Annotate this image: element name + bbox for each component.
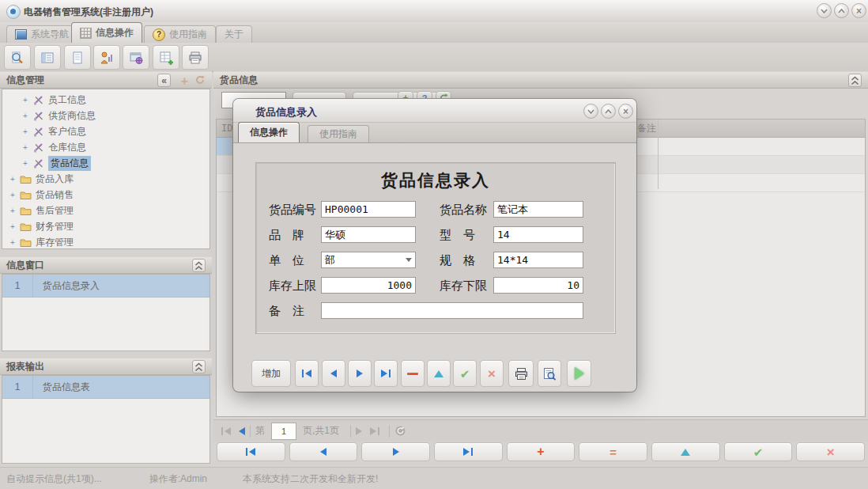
confirm-record-button[interactable]: ✔ [724, 442, 793, 461]
add-button[interactable]: 增加 [251, 360, 291, 387]
prev-record-button[interactable] [289, 442, 358, 461]
nav-prev-button[interactable] [322, 360, 345, 387]
add-node-icon[interactable]: + [181, 74, 188, 89]
nav-next-button[interactable] [348, 360, 372, 387]
first-record-button[interactable] [217, 442, 285, 461]
tree-item-warehouse-info[interactable]: + 仓库信息 [2, 139, 209, 155]
dialog-title: 货品信息录入 [255, 105, 317, 119]
label-unit: 单 位 [269, 252, 304, 269]
tab-system-nav[interactable]: 系统导航 [6, 25, 77, 43]
play-icon [575, 367, 584, 380]
delete-record-button[interactable]: = [579, 442, 647, 461]
col-header-id: ID [221, 123, 232, 134]
cancel-button[interactable]: × [480, 360, 504, 387]
run-button[interactable] [567, 360, 591, 387]
next-icon [357, 370, 363, 377]
main-tab-strip: 系统导航 信息操作 ? 使用指南 关于 [0, 22, 868, 44]
tree-item-customer-info[interactable]: + 客户信息 [2, 123, 209, 139]
user-report-button[interactable] [93, 45, 120, 70]
cancel-record-button[interactable]: × [796, 442, 865, 461]
collapse-sidebar-button[interactable]: « [157, 74, 171, 87]
page-number-input[interactable] [271, 423, 296, 440]
report-output-title: 报表输出 [6, 360, 44, 373]
label-goods-code: 货品编号 [269, 201, 316, 218]
form-view-button[interactable] [34, 45, 61, 70]
print-preview-button[interactable] [538, 360, 561, 387]
check-icon: ✔ [460, 368, 470, 380]
edit-button[interactable] [427, 360, 451, 387]
save-button[interactable]: ✔ [453, 360, 477, 387]
edit-record-button[interactable] [651, 442, 720, 461]
list-item-goods-entry[interactable]: 1 货品信息录入 [2, 275, 209, 298]
document-button[interactable] [64, 45, 91, 70]
stock-max-input[interactable] [321, 277, 416, 294]
dialog-tab-info-operation[interactable]: 信息操作 [238, 122, 300, 142]
minus-icon [407, 373, 418, 375]
dialog-tab-user-guide[interactable]: 使用指南 [308, 125, 369, 142]
folder-icon [20, 189, 32, 200]
brand-input[interactable] [321, 226, 416, 243]
info-management-title: 信息管理 [6, 74, 44, 87]
tree-item-after-sales[interactable]: + 售后管理 [2, 203, 209, 218]
tab-user-guide[interactable]: ? 使用指南 [144, 25, 216, 43]
info-window-title: 信息窗口 [6, 259, 44, 272]
info-window-header: 信息窗口 [0, 256, 212, 274]
collapse-info-window-button[interactable] [192, 259, 206, 272]
first-icon [249, 448, 255, 456]
next-page-button[interactable] [356, 427, 362, 435]
dialog-maximize-button[interactable] [601, 104, 616, 119]
tree-item-goods-inbound[interactable]: + 货品入库 [2, 171, 209, 187]
tab-about[interactable]: 关于 [216, 25, 252, 43]
window-globe-button[interactable] [123, 45, 149, 70]
print-button[interactable] [508, 360, 534, 387]
dialog-minimize-button[interactable] [583, 104, 598, 119]
window-title: 电器销售管理系统(非注册用户) [24, 6, 153, 19]
table-add-button[interactable] [153, 45, 179, 70]
next-record-button[interactable] [361, 442, 430, 461]
prev-page-button[interactable] [239, 427, 245, 435]
unit-select[interactable]: 部 [321, 252, 416, 268]
app-window: 电器销售管理系统(非注册用户) × 系统导航 信息操作 ? 使用指南 [0, 0, 868, 489]
collapse-report-button[interactable] [192, 360, 206, 373]
tree-item-goods-sales[interactable]: + 货品销售 [2, 187, 209, 203]
window-globe-icon [128, 50, 144, 66]
close-button[interactable]: × [851, 3, 866, 18]
cross-icon: × [827, 445, 835, 459]
last-page-button[interactable] [370, 427, 379, 435]
close-icon: × [856, 6, 862, 16]
maximize-button[interactable] [834, 3, 849, 18]
remark-input[interactable] [321, 302, 583, 319]
print-button[interactable] [182, 45, 209, 70]
first-icon [305, 370, 311, 377]
question-icon: ? [153, 28, 165, 41]
tree-item-inventory[interactable]: + 库存管理 [2, 234, 209, 250]
nav-first-button[interactable] [295, 360, 319, 387]
tool-icon [32, 94, 44, 105]
goods-info-panel-header: 货品信息 [213, 71, 868, 89]
spec-input[interactable] [493, 252, 583, 268]
double-chevron-up-icon [194, 261, 203, 271]
dialog-close-button[interactable]: × [618, 104, 633, 119]
model-input[interactable] [493, 226, 583, 243]
main-toolbar [0, 43, 868, 72]
list-item-goods-report[interactable]: 1 货品信息表 [2, 376, 209, 399]
refresh-grid-button[interactable] [394, 425, 406, 437]
stock-min-input[interactable] [493, 277, 583, 294]
goods-code-input[interactable] [321, 201, 416, 218]
last-record-button[interactable] [434, 442, 503, 461]
nav-last-button[interactable] [374, 360, 398, 387]
grid-icon [80, 28, 92, 39]
first-page-button[interactable] [221, 427, 231, 435]
tree-item-employee-info[interactable]: + 员工信息 [2, 92, 209, 108]
refresh-tree-icon[interactable] [194, 74, 206, 85]
tree-item-supplier-info[interactable]: + 供货商信息 [2, 108, 209, 123]
delete-button[interactable] [401, 360, 425, 387]
collapse-goods-panel-button[interactable] [848, 74, 862, 87]
minimize-button[interactable] [817, 3, 832, 18]
tab-info-operation[interactable]: 信息操作 [71, 22, 142, 43]
tree-item-finance[interactable]: + 财务管理 [2, 218, 209, 234]
tree-item-goods-info[interactable]: + 货品信息 [2, 155, 209, 171]
search-button[interactable] [4, 45, 31, 70]
add-record-button[interactable]: + [507, 442, 576, 461]
goods-name-input[interactable] [493, 201, 583, 218]
